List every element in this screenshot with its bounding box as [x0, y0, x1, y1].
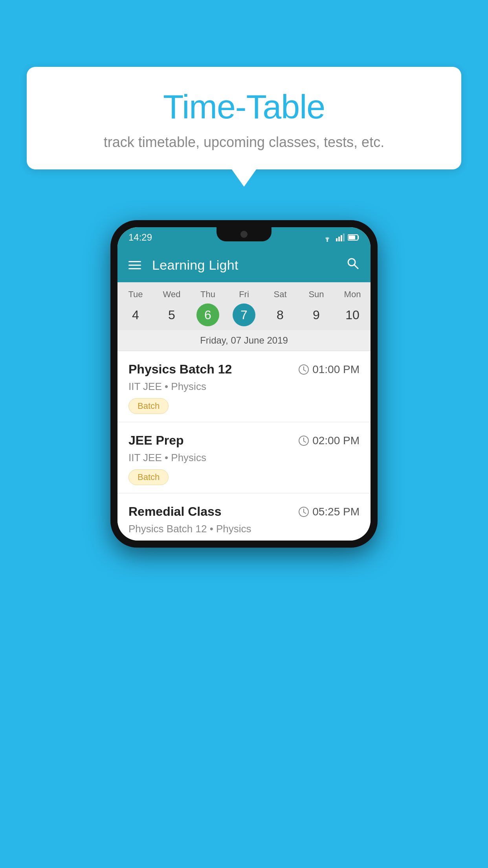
batch-badge-2: Batch [128, 469, 169, 485]
day-mon[interactable]: Mon 10 [334, 282, 371, 330]
camera-dot [240, 231, 248, 238]
class-subject-1: IIT JEE • Physics [128, 381, 360, 393]
class-time-2: 02:00 PM [298, 434, 360, 447]
clock-icon-1 [298, 364, 309, 375]
svg-rect-2 [338, 237, 340, 241]
svg-rect-1 [336, 238, 338, 241]
day-sun[interactable]: Sun 9 [298, 282, 334, 330]
speech-bubble-container: Time-Table track timetable, upcoming cla… [27, 67, 461, 169]
day-num-sun: 9 [305, 303, 328, 326]
svg-point-0 [327, 240, 328, 242]
phone-frame: 14:29 [110, 220, 378, 548]
wifi-icon [322, 233, 333, 242]
day-num-mon: 10 [341, 303, 364, 326]
class-time-3: 05:25 PM [298, 506, 360, 518]
day-name-sun: Sun [308, 289, 324, 300]
class-name-1: Physics Batch 12 [128, 362, 232, 377]
clock-icon-3 [298, 506, 309, 517]
phone-container: 14:29 [110, 220, 378, 548]
day-name-tue: Tue [128, 289, 143, 300]
day-tue[interactable]: Tue 4 [117, 282, 154, 330]
class-item-2[interactable]: JEE Prep 02:00 PM IIT JEE • Physics Batc… [117, 422, 371, 493]
day-num-fri: 7 [233, 303, 255, 326]
bubble-subtitle: track timetable, upcoming classes, tests… [50, 134, 438, 151]
svg-rect-6 [349, 235, 355, 239]
hamburger-line-2 [128, 265, 141, 266]
class-item-1[interactable]: Physics Batch 12 01:00 PM IIT JEE • Phys… [117, 351, 371, 422]
signal-icon [336, 234, 345, 241]
bubble-title: Time-Table [50, 87, 438, 126]
day-name-wed: Wed [163, 289, 181, 300]
class-time-1: 01:00 PM [298, 363, 360, 376]
phone-screen: 14:29 [117, 227, 371, 541]
clock-icon-2 [298, 435, 309, 446]
hamburger-line-3 [128, 268, 141, 269]
app-bar: Learning Light [117, 248, 371, 282]
class-item-2-header: JEE Prep 02:00 PM [128, 433, 360, 448]
day-num-thu: 6 [196, 303, 219, 326]
class-subject-3: Physics Batch 12 • Physics [128, 523, 360, 535]
day-num-wed: 5 [160, 303, 183, 326]
batch-badge-1: Batch [128, 398, 169, 414]
class-item-3[interactable]: Remedial Class 05:25 PM Physics Batch 12… [117, 493, 371, 541]
selected-date-label: Friday, 07 June 2019 [117, 330, 371, 351]
svg-rect-4 [343, 234, 345, 241]
status-time: 14:29 [128, 232, 152, 243]
class-subject-2: IIT JEE • Physics [128, 452, 360, 464]
class-time-text-2: 02:00 PM [312, 434, 360, 447]
day-fri[interactable]: Fri 7 [226, 282, 262, 330]
class-name-2: JEE Prep [128, 433, 184, 448]
day-num-sat: 8 [269, 303, 292, 326]
day-num-tue: 4 [124, 303, 147, 326]
hamburger-menu-icon[interactable] [128, 261, 141, 269]
class-time-text-1: 01:00 PM [312, 363, 360, 376]
speech-bubble: Time-Table track timetable, upcoming cla… [27, 67, 461, 169]
class-name-3: Remedial Class [128, 504, 222, 519]
phone-notch [216, 227, 272, 241]
class-time-text-3: 05:25 PM [312, 506, 360, 518]
search-button[interactable] [346, 257, 360, 273]
day-wed[interactable]: Wed 5 [154, 282, 190, 330]
status-icons [322, 233, 360, 242]
app-title: Learning Light [152, 257, 335, 273]
hamburger-line-1 [128, 261, 141, 262]
day-sat[interactable]: Sat 8 [262, 282, 298, 330]
battery-icon [348, 234, 360, 241]
class-item-1-header: Physics Batch 12 01:00 PM [128, 362, 360, 377]
day-name-fri: Fri [239, 289, 249, 300]
day-name-thu: Thu [200, 289, 215, 300]
svg-rect-3 [341, 235, 342, 241]
day-name-sat: Sat [273, 289, 286, 300]
day-thu[interactable]: Thu 6 [190, 282, 226, 330]
calendar-week: Tue 4 Wed 5 Thu 6 Fri 7 Sat 8 [117, 282, 371, 330]
class-item-3-header: Remedial Class 05:25 PM [128, 504, 360, 519]
day-name-mon: Mon [344, 289, 361, 300]
